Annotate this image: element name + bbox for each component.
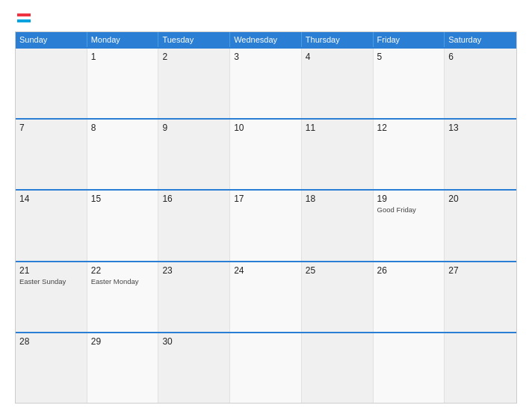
cal-cell: 12 [374, 120, 445, 189]
day-number: 10 [234, 123, 297, 133]
day-number: 8 [91, 123, 155, 133]
cal-cell: 1 [87, 49, 159, 118]
cal-cell: 28 [16, 333, 87, 403]
day-number: 14 [19, 194, 83, 204]
cal-cell: 16 [158, 191, 230, 260]
day-number: 2 [162, 52, 226, 62]
cal-cell: 23 [158, 262, 230, 332]
cal-cell: 3 [230, 49, 302, 118]
cal-cell: 5 [374, 49, 445, 118]
day-number: 6 [448, 52, 513, 62]
cal-cell: 25 [302, 262, 374, 332]
day-number: 23 [162, 265, 226, 276]
holiday-label: Easter Monday [91, 277, 155, 285]
day-number: 17 [234, 194, 297, 204]
cal-cell: 6 [445, 49, 516, 118]
holiday-label: Good Friday [377, 206, 441, 214]
cal-cell: 21Easter Sunday [16, 262, 87, 332]
calendar-page: SundayMondayTuesdayWednesdayThursdayFrid… [0, 0, 532, 411]
day-number: 24 [234, 265, 297, 276]
day-number: 22 [91, 265, 155, 276]
cal-cell: 2 [158, 49, 230, 118]
cal-cell: 24 [230, 262, 302, 332]
cal-cell [445, 333, 516, 403]
day-number: 15 [91, 194, 155, 204]
day-header-friday: Friday [374, 32, 445, 47]
week-row-4: 21Easter Sunday22Easter Monday2324252627 [16, 261, 516, 332]
week-row-1: 123456 [16, 47, 516, 118]
week-row-3: 141516171819Good Friday20 [16, 189, 516, 260]
calendar-header: SundayMondayTuesdayWednesdayThursdayFrid… [16, 32, 516, 47]
cal-cell: 22Easter Monday [87, 262, 159, 332]
cal-cell: 17 [230, 191, 302, 260]
day-number: 4 [306, 52, 369, 62]
day-number: 30 [162, 336, 226, 347]
cal-cell: 7 [16, 120, 87, 189]
cal-cell: 8 [87, 120, 159, 189]
day-number: 7 [19, 123, 83, 133]
day-number: 21 [19, 265, 83, 276]
cal-cell: 20 [445, 191, 516, 260]
day-header-monday: Monday [87, 32, 159, 47]
cal-cell: 4 [302, 49, 374, 118]
cal-cell: 14 [16, 191, 87, 260]
cal-cell [374, 333, 445, 403]
day-number: 9 [162, 123, 226, 133]
cal-cell: 26 [374, 262, 445, 332]
holiday-label: Easter Sunday [19, 277, 83, 285]
day-header-wednesday: Wednesday [230, 32, 302, 47]
day-header-tuesday: Tuesday [158, 32, 230, 47]
day-number: 20 [448, 194, 513, 204]
day-header-saturday: Saturday [445, 32, 516, 47]
cal-cell: 29 [87, 333, 159, 403]
day-number: 12 [377, 123, 441, 133]
day-number: 28 [19, 336, 83, 347]
day-number: 11 [306, 123, 369, 133]
cal-cell: 19Good Friday [374, 191, 445, 260]
day-number: 1 [91, 52, 155, 62]
day-number: 16 [162, 194, 226, 204]
day-number: 19 [377, 194, 441, 204]
cal-cell: 30 [158, 333, 230, 403]
day-number: 18 [306, 194, 369, 204]
day-number: 26 [377, 265, 441, 276]
calendar-grid: SundayMondayTuesdayWednesdayThursdayFrid… [15, 31, 517, 404]
cal-cell [230, 333, 302, 403]
day-number: 25 [306, 265, 369, 276]
day-number: 13 [448, 123, 513, 133]
day-number: 5 [377, 52, 441, 62]
cal-cell: 11 [302, 120, 374, 189]
day-number: 29 [91, 336, 155, 347]
cal-cell [16, 49, 87, 118]
day-header-sunday: Sunday [16, 32, 87, 47]
cal-cell: 27 [445, 262, 516, 332]
week-row-5: 282930 [16, 332, 516, 403]
header [15, 13, 517, 22]
day-number: 27 [448, 265, 513, 276]
week-row-2: 78910111213 [16, 118, 516, 189]
calendar-body: 12345678910111213141516171819Good Friday… [16, 47, 516, 403]
cal-cell [302, 333, 374, 403]
cal-cell: 15 [87, 191, 159, 260]
day-number: 3 [234, 52, 297, 62]
cal-cell: 10 [230, 120, 302, 189]
day-header-thursday: Thursday [302, 32, 374, 47]
logo-blue-text [15, 13, 31, 22]
flag-icon [17, 13, 31, 22]
logo [15, 13, 31, 22]
cal-cell: 13 [445, 120, 516, 189]
cal-cell: 9 [158, 120, 230, 189]
cal-cell: 18 [302, 191, 374, 260]
